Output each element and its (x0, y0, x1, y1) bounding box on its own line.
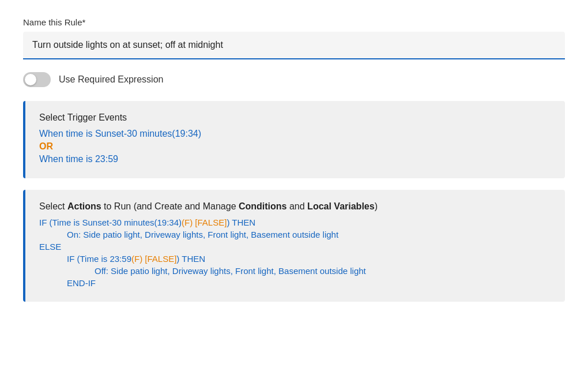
trigger-or-label: OR (39, 141, 551, 152)
trigger-event-1[interactable]: When time is Sunset-30 minutes(19:34) (39, 129, 551, 139)
actions-title-suffix: ) (375, 201, 378, 211)
page-container: Name this Rule* Use Required Expression … (0, 0, 588, 331)
toggle-knob (25, 74, 36, 85)
action-if-line[interactable]: IF (Time is Sunset-30 minutes(19:34)(F) … (39, 217, 551, 227)
action-else-line: ELSE (39, 242, 551, 252)
action-on-line[interactable]: On: Side patio light, Driveway lights, F… (67, 230, 551, 239)
trigger-events-section: Select Trigger Events When time is Sunse… (23, 101, 565, 178)
if-line-orange: (F) [FALSE] (182, 217, 227, 227)
toggle-row: Use Required Expression (23, 72, 565, 87)
actions-bold-actions: Actions (67, 201, 101, 211)
actions-bold-conditions: Conditions (239, 201, 287, 211)
inner-if-prefix: IF (Time is 23:59 (67, 254, 131, 264)
inner-if-suffix: ) THEN (176, 254, 205, 264)
actions-section-title: Select Actions to Run (and Create and Ma… (39, 201, 551, 212)
trigger-events-title: Select Trigger Events (39, 112, 551, 123)
trigger-event-2[interactable]: When time is 23:59 (39, 154, 551, 164)
actions-bold-local-vars: Local Variables (307, 201, 375, 211)
inner-if-orange: (F) [FALSE] (131, 254, 176, 264)
off-line-text: Off: Side patio light, Driveway lights, … (95, 266, 366, 276)
toggle-label: Use Required Expression (59, 74, 163, 85)
if-line-prefix: IF (Time is Sunset-30 minutes(19:34) (39, 217, 182, 227)
actions-title-prefix: Select (39, 201, 67, 211)
else-text: ELSE (39, 242, 61, 252)
actions-section: Select Actions to Run (and Create and Ma… (23, 190, 565, 302)
rule-name-input[interactable] (23, 32, 565, 59)
action-end-if-line: END-IF (67, 278, 551, 288)
action-inner-if-line[interactable]: IF (Time is 23:59(F) [FALSE]) THEN (67, 254, 551, 264)
actions-title-middle: to Run (and Create and Manage (101, 201, 239, 211)
end-if-text: END-IF (67, 278, 96, 288)
on-line-text: On: Side patio light, Driveway lights, F… (67, 230, 338, 239)
rule-name-label: Name this Rule* (23, 17, 565, 27)
action-off-line[interactable]: Off: Side patio light, Driveway lights, … (95, 266, 551, 276)
use-required-expression-toggle[interactable] (23, 72, 51, 87)
if-line-suffix: ) THEN (227, 217, 255, 227)
actions-title-and: and (287, 201, 308, 211)
